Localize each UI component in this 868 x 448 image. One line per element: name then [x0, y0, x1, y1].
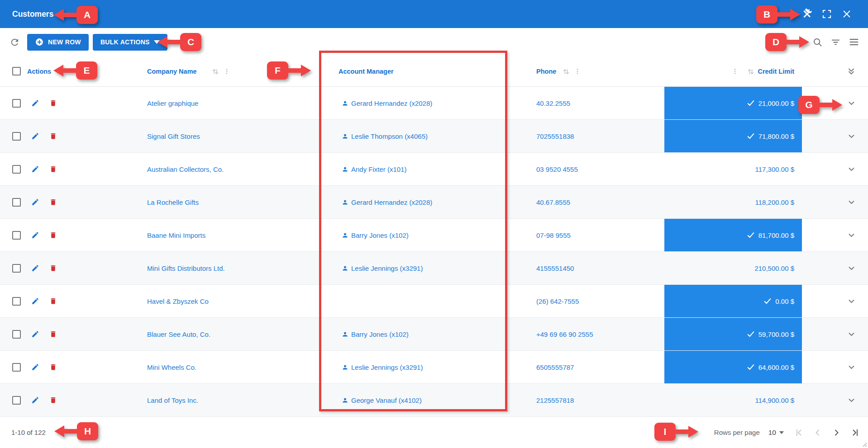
phone-value[interactable]: 4155551450	[536, 264, 574, 272]
company-link[interactable]: Blauer See Auto, Co.	[147, 330, 210, 338]
company-link[interactable]: Signal Gift Stores	[147, 132, 200, 140]
manager-link[interactable]: George Vanauf (x4102)	[351, 396, 422, 404]
row-checkbox[interactable]	[12, 363, 21, 372]
sort-icon[interactable]	[562, 67, 570, 75]
first-page-icon[interactable]	[794, 427, 805, 438]
delete-trash-icon[interactable]	[49, 165, 57, 173]
column-menu-icon[interactable]	[731, 67, 739, 75]
table-row[interactable]: Signal Gift Stores Leslie Thompson (x406…	[0, 120, 868, 153]
edit-pencil-icon[interactable]	[31, 330, 39, 338]
manager-link[interactable]: Gerard Hernandez (x2028)	[351, 198, 432, 206]
row-checkbox[interactable]	[12, 165, 21, 174]
new-row-button[interactable]: NEW ROW	[27, 34, 89, 51]
company-link[interactable]: Mini Gifts Distributors Ltd.	[147, 264, 225, 272]
row-expand-chevron-icon[interactable]	[847, 396, 856, 405]
phone-value[interactable]: 40.67.8555	[536, 198, 570, 206]
column-header-company[interactable]: Company Name	[62, 67, 319, 75]
manager-link[interactable]: Leslie Jennings (x3291)	[351, 363, 423, 371]
phone-value[interactable]: +49 69 66 90 2555	[536, 330, 593, 338]
sort-icon[interactable]	[747, 67, 755, 75]
edit-pencil-icon[interactable]	[31, 297, 39, 305]
delete-trash-icon[interactable]	[49, 264, 57, 272]
row-checkbox[interactable]	[12, 330, 21, 339]
phone-value[interactable]: 7025551838	[536, 132, 574, 140]
column-menu-icon[interactable]	[573, 67, 582, 75]
phone-value[interactable]: 6505555787	[536, 363, 574, 371]
fullscreen-icon[interactable]	[820, 8, 833, 20]
phone-value[interactable]: (26) 642-7555	[536, 297, 579, 305]
row-checkbox[interactable]	[12, 99, 21, 108]
phone-value[interactable]: 40.32.2555	[536, 99, 570, 107]
delete-trash-icon[interactable]	[49, 363, 57, 371]
company-link[interactable]: Australian Collectors, Co.	[147, 165, 224, 173]
select-all-checkbox[interactable]	[12, 67, 21, 75]
table-row[interactable]: Mini Wheels Co. Leslie Jennings (x3291) …	[0, 351, 868, 384]
manager-link[interactable]: Gerard Hernandez (x2028)	[351, 99, 432, 107]
delete-trash-icon[interactable]	[49, 198, 57, 206]
edit-pencil-icon[interactable]	[31, 363, 39, 371]
row-checkbox[interactable]	[12, 396, 21, 405]
table-row[interactable]: Atelier graphique Gerard Hernandez (x202…	[0, 87, 868, 120]
edit-pencil-icon[interactable]	[31, 132, 39, 140]
column-header-actions[interactable]: Actions	[27, 68, 62, 75]
tools-icon[interactable]	[801, 8, 813, 20]
edit-pencil-icon[interactable]	[31, 165, 39, 173]
edit-pencil-icon[interactable]	[31, 396, 39, 404]
manager-link[interactable]: Barry Jones (x102)	[351, 231, 409, 239]
table-row[interactable]: Havel & Zbyszek Co (26) 642-7555 0.00 $	[0, 285, 868, 318]
column-header-credit[interactable]: Credit Limit	[664, 67, 802, 75]
row-expand-chevron-icon[interactable]	[847, 99, 856, 108]
row-checkbox[interactable]	[12, 198, 21, 207]
table-row[interactable]: La Rochelle Gifts Gerard Hernandez (x202…	[0, 186, 868, 219]
company-link[interactable]: Atelier graphique	[147, 99, 198, 107]
table-row[interactable]: Blauer See Auto, Co. Barry Jones (x102) …	[0, 318, 868, 351]
row-checkbox[interactable]	[12, 297, 21, 306]
company-link[interactable]: Baane Mini Imports	[147, 231, 205, 239]
filter-icon[interactable]	[830, 37, 841, 47]
search-icon[interactable]	[812, 37, 823, 47]
manager-link[interactable]: Leslie Thompson (x4065)	[351, 132, 428, 140]
edit-pencil-icon[interactable]	[31, 264, 39, 272]
sort-icon[interactable]	[211, 67, 219, 75]
manager-link[interactable]: Leslie Jennings (x3291)	[351, 264, 423, 272]
bulk-actions-button[interactable]: BULK ACTIONS	[93, 34, 167, 51]
row-expand-chevron-icon[interactable]	[847, 132, 856, 141]
delete-trash-icon[interactable]	[49, 231, 57, 239]
menu-icon[interactable]	[849, 37, 859, 47]
edit-pencil-icon[interactable]	[31, 99, 39, 107]
table-row[interactable]: Mini Gifts Distributors Ltd. Leslie Jenn…	[0, 252, 868, 285]
column-header-phone[interactable]: Phone	[507, 67, 664, 75]
row-checkbox[interactable]	[12, 132, 21, 141]
previous-page-icon[interactable]	[812, 427, 823, 438]
edit-pencil-icon[interactable]	[31, 231, 39, 239]
delete-trash-icon[interactable]	[49, 396, 57, 404]
column-menu-icon[interactable]	[223, 67, 231, 75]
edit-pencil-icon[interactable]	[31, 198, 39, 206]
phone-value[interactable]: 2125557818	[536, 396, 574, 404]
refresh-icon[interactable]	[10, 37, 20, 47]
row-expand-chevron-icon[interactable]	[847, 264, 856, 273]
delete-trash-icon[interactable]	[49, 297, 57, 305]
company-link[interactable]: Havel & Zbyszek Co	[147, 297, 209, 305]
delete-trash-icon[interactable]	[49, 99, 57, 107]
company-link[interactable]: La Rochelle Gifts	[147, 198, 199, 206]
row-checkbox[interactable]	[12, 231, 21, 240]
table-row[interactable]: Baane Mini Imports Barry Jones (x102) 07…	[0, 219, 868, 252]
manager-link[interactable]: Andy Fixter (x101)	[351, 165, 407, 173]
manager-link[interactable]: Barry Jones (x102)	[351, 330, 409, 338]
last-page-icon[interactable]	[849, 427, 860, 438]
rows-per-page-select[interactable]: 10	[768, 429, 784, 437]
table-row[interactable]: Australian Collectors, Co. Andy Fixter (…	[0, 153, 868, 186]
delete-trash-icon[interactable]	[49, 132, 57, 140]
company-link[interactable]: Mini Wheels Co.	[147, 363, 196, 371]
phone-value[interactable]: 03 9520 4555	[536, 165, 578, 173]
expand-all-icon[interactable]	[847, 67, 856, 76]
delete-trash-icon[interactable]	[49, 330, 57, 338]
row-expand-chevron-icon[interactable]	[847, 231, 856, 240]
row-expand-chevron-icon[interactable]	[847, 363, 856, 372]
next-page-icon[interactable]	[831, 427, 842, 438]
table-row[interactable]: Land of Toys Inc. George Vanauf (x4102) …	[0, 384, 868, 417]
company-link[interactable]: Land of Toys Inc.	[147, 396, 198, 404]
column-header-manager[interactable]: Account Manager	[319, 68, 507, 75]
row-expand-chevron-icon[interactable]	[847, 198, 856, 207]
